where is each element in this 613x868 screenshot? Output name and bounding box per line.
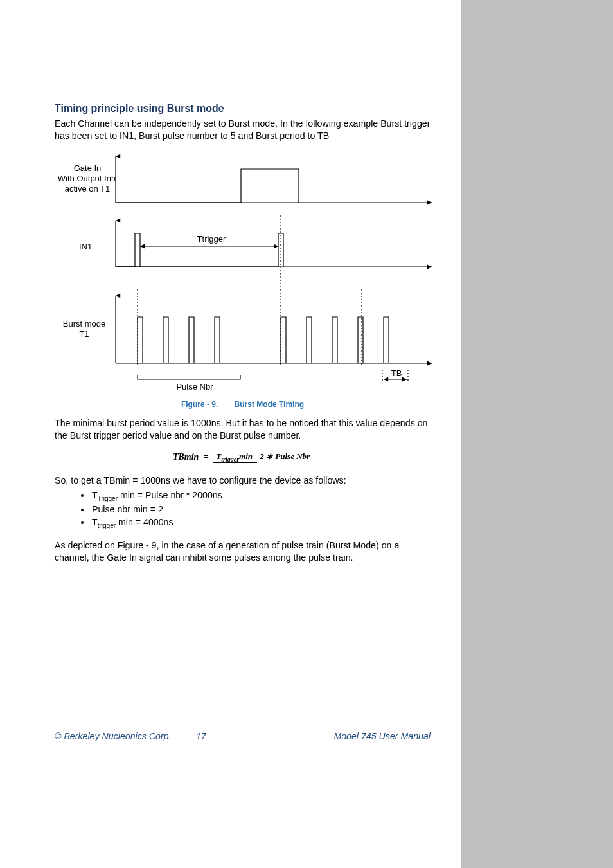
figure-number: Figure - 9. — [181, 400, 218, 409]
figure-caption: Figure - 9. Burst Mode Timing — [55, 399, 431, 410]
equation-denominator: 2 ∗ Pulse Nbr — [257, 450, 312, 461]
b3-pre: T — [92, 517, 98, 527]
b1-sub: Trigger — [98, 495, 118, 502]
footer-page-number: 17 — [196, 730, 206, 743]
b3-sub: trigger — [98, 522, 116, 529]
b1-pre: T — [92, 490, 98, 500]
header-rule — [55, 89, 431, 89]
footer-copyright: © Berkeley Nucleonics Corp. — [55, 730, 172, 743]
so-paragraph: So, to get a TBmin = 1000ns we have to c… — [55, 475, 431, 487]
figure-label-pulse-nbr: Pulse Nbr — [169, 381, 220, 393]
eq-num-sub: trigger — [221, 456, 239, 463]
figure-label-gate-in-3: active on T1 — [58, 183, 116, 195]
tbmin-equation: TBmin = Ttriggermin 2 ∗ Pulse Nbr — [55, 451, 431, 464]
footer-manual-title: Model 745 User Manual — [333, 730, 431, 743]
b3-post: min = 4000ns — [116, 517, 173, 527]
figure-label-gate-in-1: Gate In — [58, 163, 116, 174]
page-content: Timing principle using Burst mode Each C… — [55, 102, 431, 566]
page-footer: © Berkeley Nucleonics Corp. 17 Model 745… — [55, 730, 431, 743]
bullet-1: TTrigger min = Pulse nbr * 2000ns — [91, 489, 431, 503]
intro-paragraph: Each Channel can be independently set to… — [55, 118, 431, 142]
equation-lhs: TBmin — [173, 451, 199, 464]
figure-label-tb: TB — [388, 368, 405, 379]
timing-figure: Gate In With Output Inh active on T1 IN1… — [55, 151, 434, 397]
figure-title: Burst Mode Timing — [235, 400, 304, 409]
eq-num-min: min — [239, 451, 253, 461]
bullet-2: Pulse nbr min = 2 — [91, 503, 431, 516]
figure-label-burst-mode: Burst mode — [56, 318, 112, 330]
bullet-3: Ttrigger min = 4000ns — [91, 516, 431, 530]
figure-label-t1: T1 — [56, 329, 112, 340]
equation-fraction: Ttriggermin 2 ∗ Pulse Nbr — [213, 451, 312, 464]
depicted-paragraph: As depicted on Figure - 9, in the case o… — [55, 539, 431, 564]
figure-label-gate-in-2: With Output Inh — [52, 173, 121, 185]
section-heading: Timing principle using Burst mode — [55, 102, 431, 116]
figure-label-in1: IN1 — [66, 241, 105, 253]
document-page: Timing principle using Burst mode Each C… — [0, 0, 461, 868]
figure-label-ttrigger: Ttrigger — [192, 233, 231, 245]
equation-equals: = — [204, 451, 209, 464]
config-bullet-list: TTrigger min = Pulse nbr * 2000ns Pulse … — [55, 489, 431, 530]
minimal-burst-paragraph: The minimal burst period value is 1000ns… — [55, 417, 431, 442]
b1-post: min = Pulse nbr * 2000ns — [118, 490, 222, 500]
equation-numerator: Ttriggermin — [213, 451, 257, 463]
